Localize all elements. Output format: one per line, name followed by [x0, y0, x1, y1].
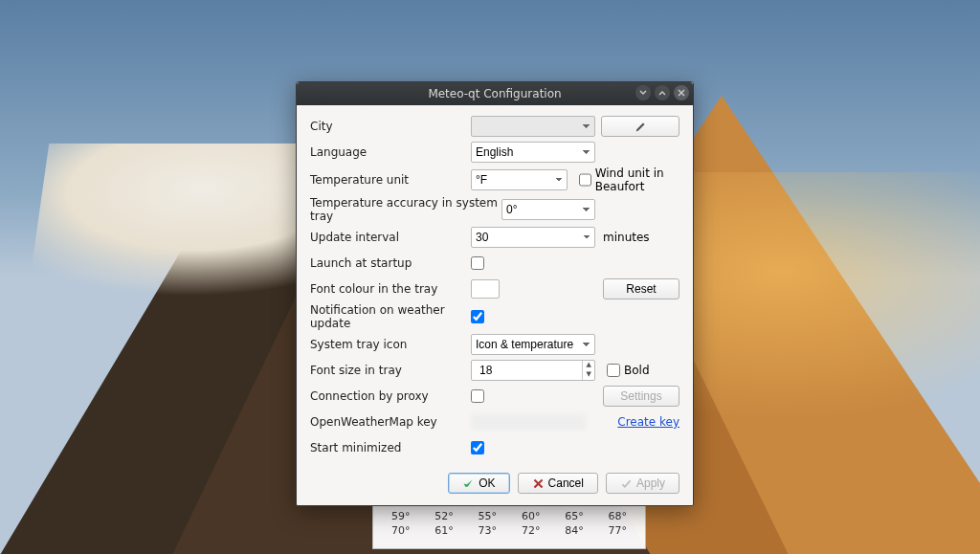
font-size-label: Font size in tray	[310, 364, 471, 377]
launch-startup-label: Launch at startup	[310, 256, 471, 270]
notify-weather-label: Notification on weather update	[310, 303, 471, 330]
owm-key-value	[471, 414, 586, 430]
font-size-spinbox[interactable]: ▲▼	[471, 360, 595, 381]
city-label: City	[310, 120, 471, 133]
wind-beaufort-label: Wind unit in Beaufort	[595, 166, 679, 193]
proxy-checkbox[interactable]	[471, 389, 484, 403]
ok-icon	[462, 477, 475, 490]
update-interval-label: Update interval	[310, 231, 471, 244]
accuracy-label: Temperature accuracy in system tray	[310, 196, 501, 223]
reset-button[interactable]: Reset	[603, 278, 679, 299]
temp-unit-label: Temperature unit	[310, 173, 471, 187]
spin-up-icon[interactable]: ▲	[583, 361, 594, 370]
font-size-input[interactable]	[476, 361, 582, 380]
language-label: Language	[310, 145, 471, 159]
forecast-lo: 77°	[609, 524, 628, 539]
forecast-lo: 61°	[434, 524, 454, 539]
ok-button[interactable]: OK	[448, 473, 509, 494]
titlebar[interactable]: Meteo-qt Configuration	[297, 82, 693, 105]
forecast-hi: 52°	[434, 510, 454, 524]
cancel-icon	[532, 477, 545, 490]
forecast-lo: 84°	[565, 524, 584, 539]
forecast-hi: 68°	[609, 510, 628, 524]
close-button[interactable]	[674, 85, 689, 100]
proxy-settings-button: Settings	[603, 386, 679, 407]
window-title: Meteo-qt Configuration	[428, 87, 561, 100]
tray-icon-label: System tray icon	[310, 338, 471, 351]
launch-startup-checkbox[interactable]	[471, 256, 484, 270]
maximize-button[interactable]	[655, 85, 670, 100]
update-interval-suffix: minutes	[603, 231, 650, 244]
notify-weather-checkbox[interactable]	[471, 310, 484, 323]
city-edit-button[interactable]	[601, 116, 679, 137]
cancel-button[interactable]: Cancel	[518, 473, 598, 494]
forecast-hi: 65°	[565, 510, 584, 524]
wind-beaufort-checkbox[interactable]	[579, 173, 591, 187]
forecast-lo: 70°	[391, 524, 411, 539]
forecast-lo: 72°	[522, 524, 541, 539]
pencil-icon	[635, 121, 647, 133]
minimize-button[interactable]	[635, 85, 651, 100]
spin-down-icon[interactable]: ▼	[583, 370, 594, 380]
owm-key-label: OpenWeatherMap key	[310, 415, 471, 429]
font-colour-swatch[interactable]	[471, 279, 500, 299]
font-colour-label: Font colour in the tray	[310, 282, 471, 296]
proxy-label: Connection by proxy	[310, 389, 471, 403]
start-min-checkbox[interactable]	[471, 441, 484, 454]
create-key-link[interactable]: Create key	[617, 415, 679, 429]
tray-icon-select[interactable]: Icon & temperature	[471, 334, 595, 355]
bold-label: Bold	[624, 364, 650, 377]
start-min-label: Start minimized	[310, 441, 471, 454]
forecast-hi: 55°	[479, 510, 498, 524]
apply-icon	[620, 477, 633, 490]
forecast-lo: 73°	[479, 524, 498, 539]
forecast-hi: 60°	[522, 510, 541, 524]
forecast-hi: 59°	[391, 510, 411, 524]
city-select[interactable]	[471, 116, 595, 137]
bold-checkbox[interactable]	[607, 364, 620, 377]
config-dialog: Meteo-qt Configuration City Language Eng…	[296, 81, 694, 506]
apply-button: Apply	[606, 473, 679, 494]
temp-unit-select[interactable]: °F	[471, 169, 568, 190]
accuracy-select[interactable]: 0°	[501, 199, 595, 220]
language-select[interactable]: English	[471, 142, 595, 163]
update-interval-select[interactable]: 30	[471, 227, 595, 248]
